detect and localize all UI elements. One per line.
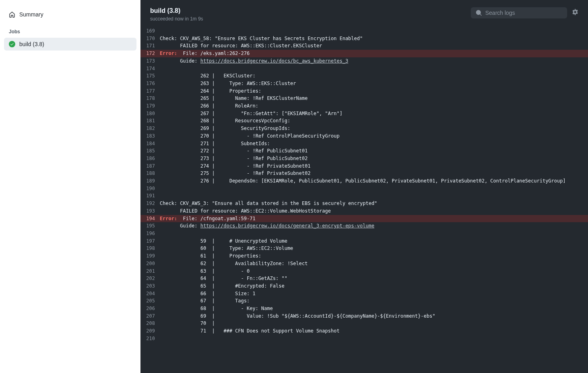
status-word: succeeded xyxy=(150,16,173,22)
line-number: 191 xyxy=(140,192,160,200)
log-line[interactable]: 194Error: File: /cfngoat.yaml:59-71 xyxy=(140,215,588,223)
line-number: 184 xyxy=(140,140,160,148)
line-number: 193 xyxy=(140,207,160,215)
sidebar-job-label: build (3.8) xyxy=(19,41,44,47)
line-content xyxy=(160,65,588,73)
log-line[interactable]: 199 61 | Properties: xyxy=(140,252,588,260)
log-line[interactable]: 174 xyxy=(140,65,588,73)
main-header: build (3.8) succeeded now in 1m 9s xyxy=(140,0,588,27)
log-line[interactable]: 183 270 | - !Ref ControlPlaneSecurityGro… xyxy=(140,132,588,140)
log-line[interactable]: 175 262 | EKSCluster: xyxy=(140,72,588,80)
line-number: 185 xyxy=(140,147,160,155)
line-number: 190 xyxy=(140,185,160,193)
sidebar-jobs-heading: Jobs xyxy=(4,22,136,38)
status-rest: now in 1m 9s xyxy=(173,16,203,22)
log-line[interactable]: 201 63 | - 0 xyxy=(140,268,588,275)
log-line[interactable]: 209 71 | ### CFN Does not Support Volume… xyxy=(140,327,588,335)
line-number: 181 xyxy=(140,117,160,125)
log-line[interactable]: 187 274 | - !Ref PrivateSubnet01 xyxy=(140,162,588,170)
line-content: 265 | Name: !Ref EKSClusterName xyxy=(160,95,588,102)
line-content: 268 | ResourcesVpcConfig: xyxy=(160,117,588,125)
log-line[interactable]: 197 59 | # Unencrypted Volume xyxy=(140,237,588,245)
log-line[interactable]: 206 68 | - Key: Name xyxy=(140,305,588,312)
log-line[interactable]: 200 62 | AvailabilityZone: !Select xyxy=(140,260,588,268)
line-content: 63 | - 0 xyxy=(160,268,588,275)
line-number: 196 xyxy=(140,230,160,237)
log-line[interactable]: 181 268 | ResourcesVpcConfig: xyxy=(140,117,588,125)
log-line[interactable]: 180 267 | "Fn::GetAtt": ["EKSIAMRole", "… xyxy=(140,110,588,118)
error-label: Error: xyxy=(160,51,177,56)
log-line[interactable]: 192Check: CKV_AWS_3: "Ensure all data st… xyxy=(140,200,588,207)
log-line[interactable]: 189 276 | DependsOn: [EKSIAMRole, Public… xyxy=(140,177,588,185)
sidebar-item-job-build[interactable]: build (3.8) xyxy=(4,38,136,51)
line-number: 200 xyxy=(140,260,160,268)
log-line[interactable]: 195 Guide: https://docs.bridgecrew.io/do… xyxy=(140,222,588,230)
search-input[interactable] xyxy=(485,10,562,16)
line-content: 69 | Value: !Sub "${AWS::AccountId}-${Co… xyxy=(160,312,588,320)
log-line[interactable]: 205 67 | Tags: xyxy=(140,297,588,305)
guide-link[interactable]: https://docs.bridgecrew.io/docs/bc_aws_k… xyxy=(200,58,348,64)
log-line[interactable]: 185 272 | - !Ref PublicSubnet01 xyxy=(140,147,588,155)
line-content: Guide: https://docs.bridgecrew.io/docs/g… xyxy=(160,222,588,230)
settings-button[interactable] xyxy=(572,9,578,17)
log-line[interactable]: 169 xyxy=(140,27,588,35)
line-number: 189 xyxy=(140,177,160,185)
line-content: Guide: https://docs.bridgecrew.io/docs/b… xyxy=(160,57,588,65)
line-number: 174 xyxy=(140,65,160,73)
log-line[interactable]: 186 273 | - !Ref PublicSubnet02 xyxy=(140,155,588,162)
line-content: 65 | #Encrypted: False xyxy=(160,282,588,290)
log-line[interactable]: 178 265 | Name: !Ref EKSClusterName xyxy=(140,95,588,102)
search-box[interactable] xyxy=(471,7,567,18)
home-icon xyxy=(9,11,15,18)
line-number: 178 xyxy=(140,95,160,102)
line-number: 194 xyxy=(140,215,160,223)
line-content: Check: CKV_AWS_58: "Ensure EKS Cluster h… xyxy=(160,35,588,43)
log-line[interactable]: 173 Guide: https://docs.bridgecrew.io/do… xyxy=(140,57,588,65)
log-view[interactable]: 169170Check: CKV_AWS_58: "Ensure EKS Clu… xyxy=(140,27,588,373)
log-line[interactable]: 208 70 | xyxy=(140,320,588,327)
line-content: 267 | "Fn::GetAtt": ["EKSIAMRole", "Arn"… xyxy=(160,110,588,118)
sidebar-item-summary[interactable]: Summary xyxy=(4,8,136,21)
line-content: 276 | DependsOn: [EKSIAMRole, PublicSubn… xyxy=(160,177,588,185)
line-number: 173 xyxy=(140,57,160,65)
line-content: 262 | EKSCluster: xyxy=(160,72,588,80)
line-content xyxy=(160,192,588,200)
line-content: 263 | Type: AWS::EKS::Cluster xyxy=(160,80,588,87)
log-line[interactable]: 190 xyxy=(140,185,588,193)
line-number: 208 xyxy=(140,320,160,327)
log-line[interactable]: 191 xyxy=(140,192,588,200)
line-number: 179 xyxy=(140,102,160,110)
log-line[interactable]: 170Check: CKV_AWS_58: "Ensure EKS Cluste… xyxy=(140,35,588,43)
line-content xyxy=(160,335,588,343)
line-content: 271 | SubnetIds: xyxy=(160,140,588,148)
log-line[interactable]: 177 264 | Properties: xyxy=(140,87,588,95)
line-content: 269 | SecurityGroupIds: xyxy=(160,125,588,132)
line-number: 187 xyxy=(140,162,160,170)
line-content: 274 | - !Ref PrivateSubnet01 xyxy=(160,162,588,170)
line-number: 207 xyxy=(140,312,160,320)
line-number: 183 xyxy=(140,132,160,140)
sidebar-summary-label: Summary xyxy=(19,11,43,18)
guide-link[interactable]: https://docs.bridgecrew.io/docs/general_… xyxy=(200,223,374,229)
log-line[interactable]: 204 66 | Size: 1 xyxy=(140,290,588,298)
line-number: 198 xyxy=(140,245,160,252)
log-line[interactable]: 184 271 | SubnetIds: xyxy=(140,140,588,148)
line-content: Error: File: /cfngoat.yaml:59-71 xyxy=(160,215,588,223)
log-line[interactable]: 196 xyxy=(140,230,588,237)
log-line[interactable]: 171 FAILED for resource: AWS::EKS::Clust… xyxy=(140,42,588,50)
log-line[interactable]: 172Error: File: /eks.yaml:262-276 xyxy=(140,50,588,57)
log-line[interactable]: 198 60 | Type: AWS::EC2::Volume xyxy=(140,245,588,252)
log-line[interactable]: 203 65 | #Encrypted: False xyxy=(140,282,588,290)
log-line[interactable]: 202 64 | - Fn::GetAZs: "" xyxy=(140,275,588,282)
log-line[interactable]: 179 266 | RoleArn: xyxy=(140,102,588,110)
line-number: 195 xyxy=(140,222,160,230)
log-line[interactable]: 193 FAILED for resource: AWS::EC2::Volum… xyxy=(140,207,588,215)
log-line[interactable]: 182 269 | SecurityGroupIds: xyxy=(140,125,588,132)
log-line[interactable]: 210 xyxy=(140,335,588,343)
log-line[interactable]: 207 69 | Value: !Sub "${AWS::AccountId}-… xyxy=(140,312,588,320)
line-number: 209 xyxy=(140,327,160,335)
log-line[interactable]: 176 263 | Type: AWS::EKS::Cluster xyxy=(140,80,588,87)
log-line[interactable]: 188 275 | - !Ref PrivateSubnet02 xyxy=(140,170,588,177)
line-content: 59 | # Unencrypted Volume xyxy=(160,237,588,245)
line-number: 180 xyxy=(140,110,160,118)
